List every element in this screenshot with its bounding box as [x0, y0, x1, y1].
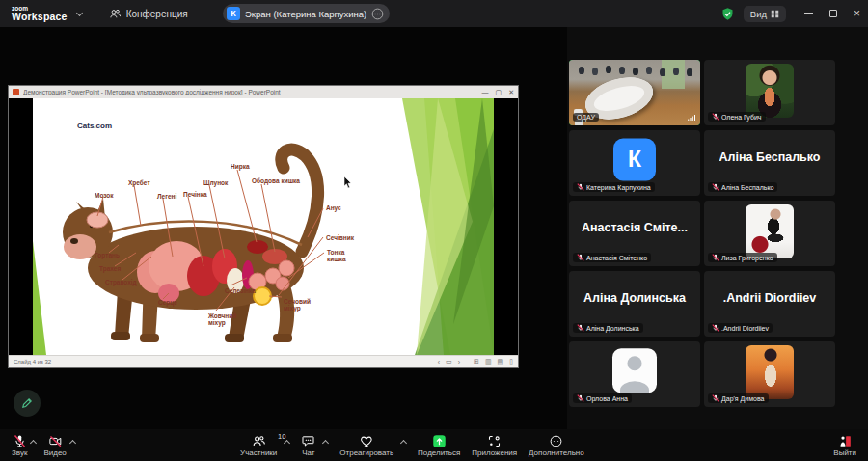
participant-tile[interactable]: К Катерина Карпухина: [569, 130, 700, 196]
participants-gallery: ОДАУ Олена Губич: [567, 27, 868, 429]
cats-com-logo: Cats.com: [77, 122, 112, 130]
participant-tile[interactable]: Орлова Анна: [569, 341, 700, 407]
mic-muted-icon: [712, 113, 719, 121]
window-close-button[interactable]: ×: [854, 8, 860, 19]
chevron-down-icon[interactable]: [76, 9, 83, 15]
slide-canvas: Cats.com: [33, 98, 494, 355]
heart-icon: [360, 434, 374, 448]
screen-share-tab-label: Экран (Катерина Карпухина): [245, 9, 366, 19]
slide-menu-button[interactable]: ▭: [446, 358, 452, 366]
share-screen-button[interactable]: Поделиться: [418, 434, 460, 457]
chat-icon: [301, 434, 315, 448]
grid-view-icon: [771, 10, 779, 18]
participant-tile[interactable]: Анастасія Сміте... Анастасія Смітенко: [569, 201, 700, 266]
window-maximize-button[interactable]: [829, 10, 837, 17]
anatomy-label: Гортань: [95, 252, 120, 258]
participant-tile[interactable]: Дар'я Димова: [704, 341, 835, 407]
audio-button[interactable]: Звук: [12, 434, 27, 457]
tab-screen-share[interactable]: К Экран (Катерина Карпухина): [223, 4, 390, 23]
participant-name-label: Орлова Анна: [573, 393, 632, 403]
logo-line2: Workspace: [12, 12, 68, 22]
next-slide-button[interactable]: ›: [458, 359, 460, 366]
anatomy-label: Ободова кишка: [252, 177, 300, 184]
participant-name-text: Аліна Долинська: [586, 325, 639, 332]
tab-meeting[interactable]: Конференция: [109, 8, 188, 20]
participants-button[interactable]: 10 Участники: [240, 434, 277, 457]
mic-muted-icon: [577, 324, 584, 332]
slide-counter: Слайд 4 из 32: [14, 359, 432, 365]
annotate-button[interactable]: [14, 390, 41, 417]
meeting-tab-label: Конференция: [126, 9, 188, 19]
participant-name-text: Орлова Анна: [586, 395, 628, 402]
prev-slide-button[interactable]: ‹: [438, 359, 440, 366]
mouse-cursor: [343, 176, 352, 189]
participant-name-label: Катерина Карпухина: [573, 182, 655, 192]
participant-name-text: Олена Губич: [721, 114, 762, 121]
view-slideshow-button[interactable]: ▯: [509, 358, 513, 366]
view-sorter-button[interactable]: ▥: [485, 358, 492, 366]
mic-muted-icon: [577, 183, 584, 191]
leave-meeting-button[interactable]: Выйти: [833, 434, 856, 457]
anatomy-label: Сечівник: [326, 234, 354, 241]
view-button-label: Вид: [750, 9, 767, 19]
participant-name-label: ОДАУ: [573, 113, 599, 122]
more-options-icon[interactable]: [371, 8, 384, 20]
anatomy-label: Легені: [157, 193, 176, 200]
main-area: Демонстрация PowerPoint - [Методика ульт…: [0, 27, 868, 429]
participant-display-name: .Andrii Diordiiev: [704, 271, 835, 325]
anatomy-label: Хребет: [128, 179, 150, 186]
security-shield-icon[interactable]: [720, 7, 735, 21]
apps-button[interactable]: Приложения: [472, 434, 517, 457]
cat-anatomy-diagram: [59, 131, 334, 353]
ppt-close-button[interactable]: ✕: [508, 89, 514, 96]
reactions-options-chevron[interactable]: [401, 434, 406, 448]
pencil-icon: [20, 396, 34, 410]
participant-name-label: Олена Губич: [708, 112, 766, 122]
zoom-meeting-window: zoom Workspace Конференция К Экран (Кате…: [0, 0, 868, 461]
participant-display-name: Анастасія Сміте...: [569, 201, 700, 255]
leave-door-icon: [838, 434, 853, 448]
shared-screen-area: Демонстрация PowerPoint - [Методика ульт…: [0, 27, 567, 429]
chat-options-chevron[interactable]: [323, 434, 328, 448]
participant-name-text: Аліна Беспалько: [721, 184, 773, 191]
audio-options-chevron[interactable]: [31, 434, 36, 448]
anatomy-label: Нирка: [231, 163, 250, 170]
participant-name-text: Дар'я Димова: [721, 395, 765, 402]
video-button[interactable]: Видео: [43, 434, 66, 457]
participant-name-text: ОДАУ: [577, 114, 595, 121]
powerpoint-app-icon: [13, 89, 19, 95]
view-button[interactable]: Вид: [744, 6, 786, 22]
ppt-minimize-button[interactable]: —: [482, 89, 489, 95]
more-ellipsis-icon: [549, 434, 563, 448]
apps-icon: [487, 434, 502, 448]
people-icon: [109, 8, 122, 20]
participant-tile[interactable]: Аліна Беспалько Аліна Беспалько: [704, 130, 835, 196]
reactions-button-label: Отреагировать: [339, 449, 393, 457]
participant-tile[interactable]: Аліна Долинська Аліна Долинська: [569, 271, 700, 337]
anatomy-label: Селезінка: [225, 287, 256, 294]
participant-name-label: Лиза Григоренко: [708, 253, 777, 262]
screen-share-badge: К: [227, 7, 240, 20]
participant-tile[interactable]: Олена Губич: [704, 60, 835, 125]
anatomy-label: Серце: [158, 299, 177, 306]
window-minimize-button[interactable]: [804, 13, 813, 14]
more-button[interactable]: Дополнительно: [529, 434, 584, 457]
audio-button-label: Звук: [12, 449, 27, 457]
participant-tile[interactable]: Лиза Григоренко: [704, 201, 835, 266]
view-normal-button[interactable]: ⊞: [474, 358, 479, 366]
participant-name-label: .Andrii Diordiiev: [708, 323, 773, 333]
powerpoint-titlebar: Демонстрация PowerPoint - [Методика ульт…: [9, 86, 518, 98]
ppt-restore-button[interactable]: ▢: [496, 89, 502, 96]
participant-tile[interactable]: .Andrii Diordiiev .Andrii Diordiiev: [704, 271, 835, 337]
anatomy-label: Мозок: [95, 192, 114, 199]
mic-muted-icon: [13, 434, 27, 448]
chat-button[interactable]: Чат: [301, 434, 315, 457]
view-reading-button[interactable]: ▤: [498, 358, 504, 366]
apps-button-label: Приложения: [472, 449, 517, 457]
participant-photo: [746, 204, 794, 258]
reactions-button[interactable]: Отреагировать: [339, 434, 393, 457]
video-options-chevron[interactable]: [70, 434, 75, 448]
mic-muted-icon: [712, 324, 719, 332]
participant-tile[interactable]: ОДАУ: [569, 60, 700, 125]
slide-green-decoration: [397, 98, 494, 355]
